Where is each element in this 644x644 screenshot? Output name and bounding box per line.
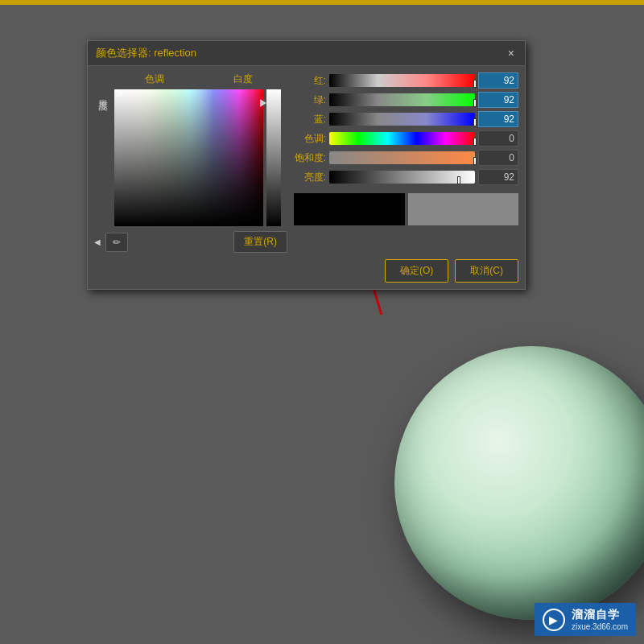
saturation-row: 饱和度:	[294, 150, 518, 166]
reset-button[interactable]: 重置(R)	[233, 231, 287, 253]
red-slider[interactable]	[329, 74, 475, 87]
blue-slider-handle	[473, 118, 477, 126]
hue-slider[interactable]	[329, 132, 475, 145]
black-label: 黑度	[94, 89, 111, 226]
watermark-line1: 溜溜自学	[572, 608, 628, 622]
watermark-icon: ▶	[543, 609, 565, 631]
spectrum-black-overlay	[114, 89, 263, 226]
bottom-arrow-indicator: ◀	[94, 237, 101, 246]
hue-label: 色调	[145, 72, 164, 86]
color-spectrum[interactable]	[114, 89, 263, 226]
preview-new-color	[294, 193, 405, 225]
preview-old-color	[408, 193, 519, 225]
bottom-controls: ◀ ✏ 重置(R)	[94, 231, 287, 253]
saturation-slider[interactable]	[329, 151, 475, 164]
red-input[interactable]	[478, 72, 518, 89]
color-hue-label: 色调:	[294, 132, 326, 146]
watermark-text: 溜溜自学 zixue.3d66.com	[572, 608, 628, 631]
dialog-footer: 确定(O) 取消(C)	[88, 259, 525, 289]
white-slider[interactable]	[266, 89, 281, 226]
white-bar-arrow	[260, 99, 266, 107]
close-button[interactable]: ×	[506, 47, 517, 60]
white-bar-container	[266, 89, 281, 226]
blue-slider[interactable]	[329, 113, 475, 126]
cancel-button[interactable]: 取消(C)	[455, 259, 518, 283]
dialog-titlebar: 颜色选择器: reflection ×	[88, 41, 525, 66]
blue-row: 蓝:	[294, 111, 518, 127]
hue-row: 色调:	[294, 130, 518, 147]
saturation-input[interactable]	[478, 150, 518, 166]
hue-input[interactable]	[478, 130, 518, 147]
brightness-slider[interactable]	[329, 171, 475, 184]
3d-sphere	[394, 346, 644, 620]
preview-row	[294, 193, 518, 225]
watermark: ▶ 溜溜自学 zixue.3d66.com	[535, 603, 636, 636]
brightness-input[interactable]	[478, 169, 518, 185]
top-bar	[0, 0, 644, 5]
dialog-body: 色调 白度 黑度	[88, 66, 525, 259]
brightness-row: 亮度:	[294, 169, 518, 185]
brightness-slider-handle	[457, 176, 460, 184]
blue-label: 蓝:	[294, 113, 326, 126]
white-label: 白度	[233, 72, 253, 86]
top-labels: 色调 白度	[94, 72, 287, 86]
green-row: 绿:	[294, 92, 518, 108]
watermark-line2: zixue.3d66.com	[572, 622, 628, 631]
green-slider-handle	[473, 99, 477, 107]
red-slider-handle	[473, 80, 477, 88]
red-label: 红:	[294, 74, 326, 88]
saturation-label: 饱和度:	[294, 151, 326, 165]
left-panel: 色调 白度 黑度	[94, 72, 287, 253]
color-area-row: 黑度	[94, 89, 287, 226]
brightness-label: 亮度:	[294, 171, 326, 184]
red-row: 红:	[294, 72, 518, 89]
hue-slider-handle	[473, 138, 477, 146]
green-slider[interactable]	[329, 93, 475, 106]
ok-button[interactable]: 确定(O)	[385, 259, 448, 283]
eyedropper-button[interactable]: ✏	[105, 233, 128, 252]
blue-input[interactable]	[478, 111, 518, 127]
saturation-slider-handle	[473, 157, 477, 165]
green-input[interactable]	[478, 92, 518, 108]
right-panel: 红: 绿: 蓝:	[294, 72, 518, 253]
dialog-title: 颜色选择器: reflection	[96, 46, 196, 60]
color-picker-dialog: 颜色选择器: reflection × 色调 白度 黑度	[87, 40, 526, 290]
green-label: 绿:	[294, 93, 326, 107]
